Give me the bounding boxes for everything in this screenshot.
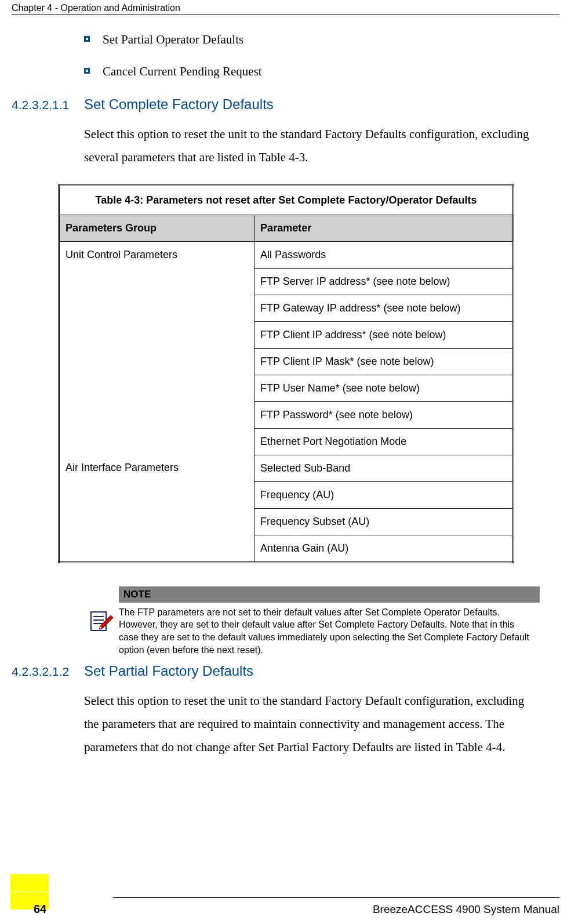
header-rule	[12, 15, 559, 15]
section-title: Set Partial Factory Defaults	[84, 663, 253, 679]
col-header-group: Parameters Group	[59, 215, 254, 241]
document-page: Chapter 4 - Operation and Administration…	[0, 0, 571, 924]
manual-title: BreezeACCESS 4900 System Manual	[373, 903, 559, 916]
body-column: Set Partial Operator Defaults Cancel Cur…	[84, 32, 540, 79]
bullet-text: Cancel Current Pending Request	[103, 64, 262, 79]
section-number: 4.2.3.2.1.2	[0, 665, 84, 679]
note-label: NOTE	[119, 586, 540, 603]
section-heading: 4.2.3.2.1.1 Set Complete Factory Default…	[0, 96, 571, 113]
cell-param: Antenna Gain (AU)	[254, 535, 514, 562]
cell-param: Frequency (AU)	[254, 481, 514, 508]
page-footer: 64 BreezeACCESS 4900 System Manual	[0, 893, 559, 916]
page-number: 64	[0, 903, 46, 916]
highlight-bar	[10, 874, 49, 892]
cell-param: FTP Client IP address* (see note below)	[254, 321, 514, 348]
running-header: Chapter 4 - Operation and Administration	[0, 0, 571, 13]
paragraph: Select this option to reset the unit to …	[84, 123, 540, 169]
square-bullet-icon	[84, 68, 90, 74]
cell-param: FTP Password* (see note below)	[254, 401, 514, 428]
col-header-parameter: Parameter	[254, 215, 514, 241]
cell-param: Ethernet Port Negotiation Mode	[254, 428, 514, 455]
cell-param: All Passwords	[254, 241, 514, 268]
table-caption: Table 4-3: Parameters not reset after Se…	[59, 185, 514, 215]
section-heading: 4.2.3.2.1.2 Set Partial Factory Defaults	[0, 663, 571, 679]
cell-param: FTP Gateway IP address* (see note below)	[254, 295, 514, 321]
cell-group: Air Interface Parameters	[59, 455, 254, 562]
note-body: The FTP parameters are not set to their …	[119, 603, 540, 656]
cell-param: Frequency Subset (AU)	[254, 508, 514, 535]
cell-param: Selected Sub-Band	[254, 455, 514, 481]
note-callout: NOTE The FTP parameters are not set to t…	[84, 586, 540, 656]
square-bullet-icon	[84, 36, 90, 42]
body-column: Select this option to reset the unit to …	[84, 690, 540, 759]
section-title: Set Complete Factory Defaults	[84, 96, 274, 113]
body-column: NOTE The FTP parameters are not set to t…	[84, 586, 540, 656]
body-column: Select this option to reset the unit to …	[84, 123, 540, 169]
footer-line: 64 BreezeACCESS 4900 System Manual	[0, 903, 559, 916]
bullet-item: Set Partial Operator Defaults	[84, 32, 540, 47]
cell-param: FTP Server IP address* (see note below)	[254, 268, 514, 295]
table-4-3: Table 4-3: Parameters not reset after Se…	[58, 184, 514, 563]
table-row: Unit Control Parameters All Passwords	[59, 241, 514, 268]
cell-group: Unit Control Parameters	[59, 241, 254, 455]
footer-rule	[113, 897, 559, 898]
cell-param: FTP Client IP Mask* (see note below)	[254, 348, 514, 375]
bullet-text: Set Partial Operator Defaults	[103, 32, 243, 47]
paragraph: Select this option to reset the unit to …	[84, 690, 540, 759]
section-number: 4.2.3.2.1.1	[0, 98, 84, 112]
note-icon-cell	[84, 586, 119, 656]
parameters-table: Table 4-3: Parameters not reset after Se…	[58, 184, 514, 563]
svg-rect-0	[91, 612, 106, 631]
bullet-item: Cancel Current Pending Request	[84, 64, 540, 79]
cell-param: FTP User Name* (see note below)	[254, 375, 514, 401]
table-row: Parameters Group Parameter	[59, 215, 514, 241]
table-row: Table 4-3: Parameters not reset after Se…	[59, 185, 514, 215]
table-row: Air Interface Parameters Selected Sub-Ba…	[59, 455, 514, 481]
pencil-note-icon	[89, 608, 114, 634]
note-content: NOTE The FTP parameters are not set to t…	[119, 586, 540, 656]
